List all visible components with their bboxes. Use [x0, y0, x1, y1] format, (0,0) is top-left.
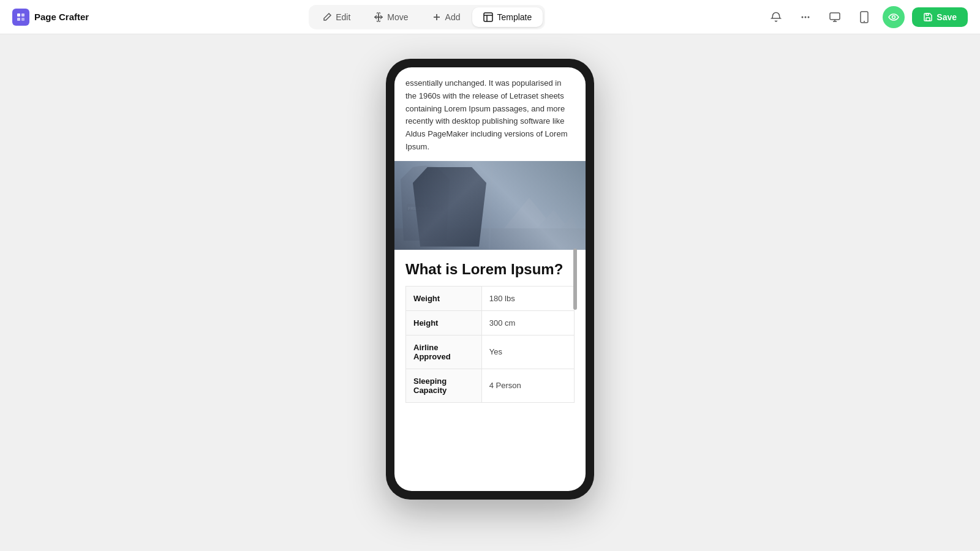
spec-label-height: Height — [406, 310, 482, 335]
table-row: Airline Approved Yes — [406, 335, 575, 369]
svg-rect-26 — [407, 204, 443, 211]
svg-point-11 — [805, 16, 807, 18]
spec-label-airline: Airline Approved — [406, 335, 482, 369]
svg-point-12 — [808, 16, 810, 18]
phone-content[interactable]: essentially unchanged. It was popularise… — [394, 67, 586, 491]
preview-button[interactable] — [883, 6, 905, 28]
table-row: Weight 180 lbs — [406, 286, 575, 310]
lorem-paragraph: essentially unchanged. It was popularise… — [394, 67, 586, 161]
eye-icon — [888, 13, 899, 21]
topbar: Page Crafter Edit Move Add — [0, 0, 980, 34]
scrollbar[interactable] — [573, 249, 577, 310]
template-icon — [483, 12, 493, 22]
save-button[interactable]: Save — [912, 7, 968, 27]
product-image-svg: FRISAINE — [394, 161, 586, 250]
more-options-button[interactable] — [794, 6, 816, 28]
table-row: Height 300 cm — [406, 310, 575, 335]
table-row: Sleeping Capacity 4 Person — [406, 369, 575, 402]
template-button[interactable]: Template — [472, 7, 543, 27]
svg-marker-24 — [541, 216, 586, 250]
desktop-view-button[interactable] — [824, 6, 846, 28]
svg-rect-19 — [926, 18, 930, 21]
add-button[interactable]: Add — [421, 7, 472, 27]
svg-point-17 — [864, 21, 865, 22]
mobile-view-button[interactable] — [853, 6, 875, 28]
save-icon — [923, 12, 933, 22]
more-icon — [800, 12, 811, 23]
svg-rect-0 — [17, 13, 20, 17]
add-icon — [432, 12, 442, 22]
svg-point-10 — [802, 16, 804, 18]
svg-rect-13 — [830, 13, 840, 20]
specs-table: Weight 180 lbs Height 300 cm Airline App… — [405, 286, 575, 403]
svg-marker-23 — [517, 210, 586, 250]
section-title: What is Lorem Ipsum? — [394, 250, 586, 286]
bell-icon — [771, 12, 782, 23]
notification-button[interactable] — [765, 6, 787, 28]
svg-rect-7 — [484, 13, 492, 21]
spec-label-weight: Weight — [406, 286, 482, 310]
app-branding: Page Crafter — [12, 9, 89, 26]
phone-frame: essentially unchanged. It was popularise… — [386, 59, 594, 500]
move-button[interactable]: Move — [363, 7, 419, 27]
svg-text:FRISAINE: FRISAINE — [408, 206, 428, 211]
desktop-icon — [829, 11, 841, 23]
bottom-spacer — [394, 403, 586, 415]
svg-rect-1 — [21, 13, 24, 17]
spec-label-sleeping: Sleeping Capacity — [406, 369, 482, 402]
specs-table-body: Weight 180 lbs Height 300 cm Airline App… — [406, 286, 575, 402]
svg-line-29 — [489, 161, 492, 250]
svg-point-18 — [892, 15, 895, 18]
toolbar-nav: Edit Move Add Template — [309, 5, 545, 29]
app-icon — [12, 9, 29, 26]
svg-rect-2 — [17, 18, 20, 21]
app-title: Page Crafter — [34, 12, 89, 22]
edit-icon — [322, 12, 332, 22]
svg-rect-25 — [394, 228, 586, 250]
svg-rect-20 — [926, 13, 929, 15]
spec-value-airline: Yes — [481, 335, 574, 369]
edit-button[interactable]: Edit — [311, 7, 361, 27]
svg-marker-22 — [486, 198, 572, 250]
spec-value-sleeping: 4 Person — [481, 369, 574, 402]
phone-screen: essentially unchanged. It was popularise… — [394, 67, 586, 491]
spec-value-height: 300 cm — [481, 310, 574, 335]
main-canvas: essentially unchanged. It was popularise… — [0, 34, 980, 551]
mobile-icon — [859, 11, 870, 23]
svg-rect-3 — [21, 18, 24, 21]
product-image: FRISAINE — [394, 161, 586, 250]
spec-value-weight: 180 lbs — [481, 286, 574, 310]
topbar-actions: Save — [765, 6, 968, 28]
move-icon — [374, 12, 383, 22]
svg-rect-21 — [394, 161, 586, 250]
